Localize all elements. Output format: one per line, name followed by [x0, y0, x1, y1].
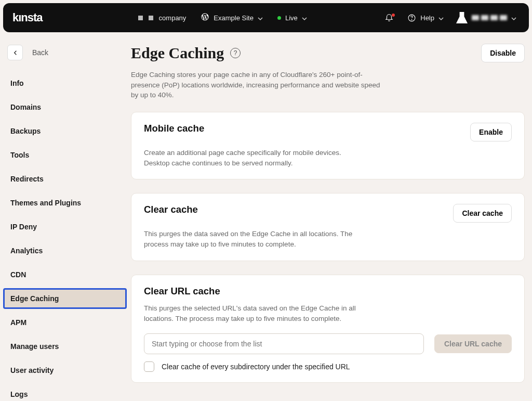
notification-badge	[392, 14, 395, 17]
sidebar: Back InfoDomainsBackupsToolsRedirectsThe…	[3, 41, 127, 401]
sidebar-item-redirects[interactable]: Redirects	[3, 169, 127, 189]
mobile-cache-card: Mobile cache Enable Create an additional…	[131, 112, 525, 180]
card-title: Clear cache	[144, 204, 198, 215]
card-title: Clear URL cache	[144, 286, 512, 297]
card-description: This purges the data saved on the Edge C…	[144, 229, 362, 250]
sidebar-item-cdn[interactable]: CDN	[3, 264, 127, 285]
sidebar-item-themes-and-plugins[interactable]: Themes and Plugins	[3, 192, 127, 213]
sidebar-item-apm[interactable]: APM	[3, 312, 127, 333]
chevron-down-icon	[438, 15, 444, 20]
back-label: Back	[32, 48, 48, 57]
page-title: Edge Caching	[131, 44, 224, 62]
sidebar-item-domains[interactable]: Domains	[3, 97, 127, 118]
clear-url-cache-card: Clear URL cache This purges the selected…	[131, 275, 525, 383]
disable-button[interactable]: Disable	[481, 44, 525, 62]
card-description: This purges the selected URL's data save…	[144, 303, 383, 325]
sidebar-item-user-activity[interactable]: User activity	[3, 360, 127, 381]
sidebar-item-tools[interactable]: Tools	[3, 145, 127, 165]
sidebar-item-manage-users[interactable]: Manage users	[3, 336, 127, 357]
main-content: Edge Caching ? Disable Edge Caching stor…	[127, 41, 529, 401]
url-cache-input[interactable]	[144, 333, 424, 354]
sidebar-item-backups[interactable]: Backups	[3, 121, 127, 141]
sidebar-item-ip-deny[interactable]: IP Deny	[3, 216, 127, 237]
avatar	[456, 12, 468, 23]
environment-switcher[interactable]: Live	[270, 14, 314, 22]
site-switcher[interactable]: Example Site	[193, 12, 270, 23]
clear-cache-card: Clear cache Clear cache This purges the …	[131, 193, 525, 261]
company-label: company	[159, 14, 187, 22]
company-icon	[138, 16, 143, 20]
notifications-button[interactable]	[380, 12, 398, 23]
help-menu[interactable]: Help	[404, 14, 447, 22]
sidebar-item-edge-caching[interactable]: Edge Caching	[3, 288, 127, 309]
help-label: Help	[420, 14, 434, 22]
help-circle-icon	[407, 14, 416, 22]
site-label: Example Site	[214, 14, 254, 22]
card-description: Create an additional page cache specific…	[144, 148, 362, 169]
help-circle-icon[interactable]: ?	[230, 48, 241, 58]
user-name-redacted	[472, 15, 507, 20]
status-dot-icon	[277, 16, 281, 20]
sidebar-item-analytics[interactable]: Analytics	[3, 240, 127, 261]
page-description: Edge Caching stores your page cache in a…	[131, 70, 380, 100]
clear-cache-button[interactable]: Clear cache	[453, 204, 512, 223]
sidebar-item-logs[interactable]: Logs	[3, 384, 127, 401]
wordpress-icon	[201, 12, 209, 23]
user-menu[interactable]	[453, 12, 520, 23]
company-icon	[149, 16, 153, 20]
env-label: Live	[285, 14, 298, 22]
company-switcher[interactable]: company	[131, 14, 194, 22]
topbar: kınsta company Example Site Live Help	[3, 3, 529, 32]
chevron-down-icon	[511, 15, 516, 20]
subdirectory-checkbox[interactable]	[144, 361, 154, 372]
chevron-down-icon	[258, 15, 263, 20]
card-title: Mobile cache	[144, 123, 204, 134]
back-button[interactable]	[7, 45, 23, 60]
sidebar-item-info[interactable]: Info	[3, 73, 127, 94]
clear-url-cache-button[interactable]: Clear URL cache	[434, 334, 512, 353]
brand-logo: kınsta	[12, 11, 43, 24]
arrow-left-icon	[11, 49, 19, 57]
enable-mobile-cache-button[interactable]: Enable	[470, 123, 512, 141]
svg-point-1	[411, 19, 412, 20]
chevron-down-icon	[302, 15, 307, 20]
checkbox-label: Clear cache of every subdirectory under …	[162, 363, 350, 371]
